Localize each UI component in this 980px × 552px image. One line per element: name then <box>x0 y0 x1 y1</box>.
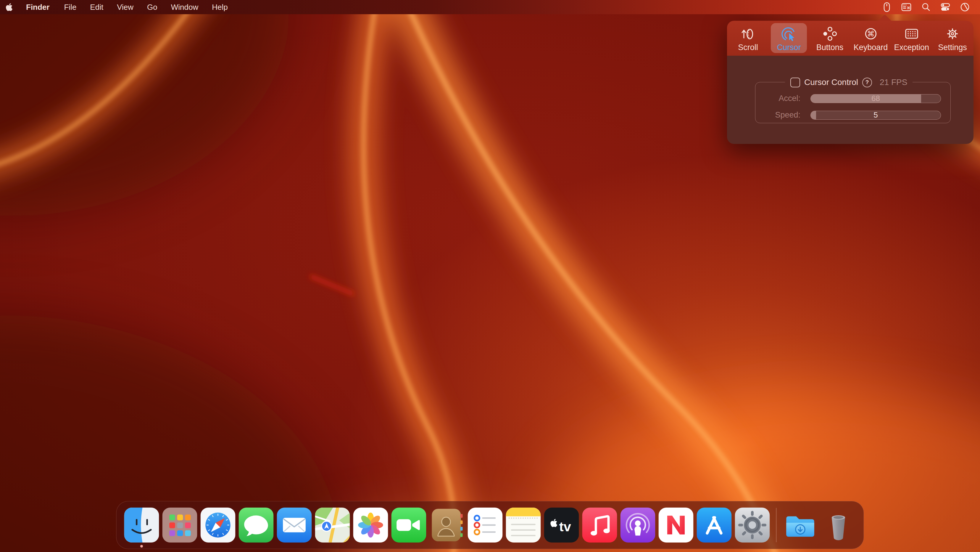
notes-icon <box>506 507 541 542</box>
keypad-icon <box>904 25 920 42</box>
speed-label: Speed: <box>756 110 800 120</box>
cursor-control-checkbox[interactable] <box>790 78 800 87</box>
accel-slider[interactable]: 68 <box>810 94 941 103</box>
spotlight-search-icon[interactable] <box>916 0 935 14</box>
podcasts-icon <box>620 507 655 542</box>
cursor-control-label: Cursor Control <box>804 78 858 87</box>
tab-label: Keyboard <box>854 43 888 52</box>
dock-item-trash[interactable] <box>821 507 856 542</box>
dock-item-launchpad[interactable] <box>162 507 197 542</box>
menu-go[interactable]: Go <box>140 0 164 14</box>
dock-item-system-preferences[interactable] <box>735 507 770 542</box>
dock-item-app-store[interactable] <box>697 507 732 542</box>
mouse-buttons-icon <box>821 25 838 42</box>
tab-label: Buttons <box>816 43 843 52</box>
dock-item-contacts[interactable] <box>430 507 465 542</box>
accel-row: Accel: 68 <box>756 94 950 103</box>
tab-label: Cursor <box>777 43 801 52</box>
menu-app-name[interactable]: Finder <box>18 0 57 14</box>
dock-item-photos[interactable] <box>353 507 388 542</box>
tab-label: Settings <box>938 43 967 52</box>
dock-item-notes[interactable] <box>506 507 541 542</box>
dock-item-finder[interactable] <box>124 507 159 542</box>
trash-icon <box>821 507 856 542</box>
tab-exception[interactable]: Exception <box>891 21 932 56</box>
popover-content: Cursor Control ? 21 FPS Accel: 68 Speed:… <box>727 56 974 144</box>
tab-cursor[interactable]: Cursor <box>768 21 809 56</box>
reminders-icon <box>468 507 503 542</box>
safari-icon <box>200 507 235 542</box>
dock-item-messages[interactable] <box>239 507 274 542</box>
accel-value: 68 <box>811 94 941 103</box>
circle-slash-icon[interactable] <box>955 0 975 14</box>
mail-icon <box>277 507 312 542</box>
shortcuts-window-icon[interactable]: ⌘ <box>897 0 916 14</box>
system-preferences-icon <box>735 507 770 542</box>
mouse-utility-popover: Scroll Cursor Buttons ⌘ Keyboard <box>727 21 974 144</box>
popover-tab-bar: Scroll Cursor Buttons ⌘ Keyboard <box>727 21 974 56</box>
tab-label: Scroll <box>738 43 758 52</box>
speed-row: Speed: 5 <box>756 110 950 120</box>
facetime-icon <box>391 507 426 542</box>
tab-keyboard[interactable]: ⌘ Keyboard <box>850 21 891 56</box>
apple-logo-icon[interactable] <box>0 0 18 14</box>
dock-item-facetime[interactable] <box>391 507 426 542</box>
app-store-icon <box>697 507 732 542</box>
svg-text:⌘: ⌘ <box>867 30 874 38</box>
dock-item-downloads[interactable] <box>783 507 818 542</box>
tab-label: Exception <box>894 43 929 52</box>
accel-label: Accel: <box>756 94 800 103</box>
cursor-control-group: Cursor Control ? 21 FPS Accel: 68 Speed:… <box>755 82 951 123</box>
dock-item-maps[interactable] <box>315 507 350 542</box>
dock-item-tv[interactable]: tv <box>544 507 579 542</box>
fps-readout: 21 FPS <box>880 78 907 87</box>
news-icon <box>659 507 694 542</box>
launchpad-icon <box>162 507 197 542</box>
dock-item-podcasts[interactable] <box>620 507 655 542</box>
tab-settings[interactable]: Settings <box>932 21 973 56</box>
menu-window[interactable]: Window <box>164 0 205 14</box>
dock: tv <box>116 501 864 549</box>
apple-tv-icon: tv <box>544 507 579 542</box>
messages-icon <box>239 507 274 542</box>
finder-icon <box>124 507 159 542</box>
dock-item-news[interactable] <box>659 507 694 542</box>
tab-buttons[interactable]: Buttons <box>809 21 850 56</box>
dock-divider <box>776 508 777 542</box>
help-icon[interactable]: ? <box>862 78 872 87</box>
speed-value: 5 <box>811 111 941 119</box>
speed-slider[interactable]: 5 <box>810 111 941 120</box>
svg-text:⌘: ⌘ <box>907 6 910 10</box>
command-key-icon: ⌘ <box>862 25 879 42</box>
dock-item-mail[interactable] <box>277 507 312 542</box>
maps-icon <box>315 507 350 542</box>
cursor-control-legend: Cursor Control ? 21 FPS <box>785 77 913 87</box>
menu-edit[interactable]: Edit <box>83 0 110 14</box>
downloads-folder-icon <box>783 507 818 542</box>
control-center-icon[interactable] <box>935 0 955 14</box>
dock-item-safari[interactable] <box>200 507 235 542</box>
finder-running-indicator <box>140 545 143 547</box>
menu-file[interactable]: File <box>57 0 83 14</box>
tab-scroll[interactable]: Scroll <box>728 21 768 56</box>
menu-help[interactable]: Help <box>205 0 234 14</box>
music-icon <box>582 507 617 542</box>
dock-item-reminders[interactable] <box>468 507 503 542</box>
photos-icon <box>353 507 388 542</box>
cursor-click-icon <box>781 25 797 42</box>
contacts-icon <box>430 507 465 542</box>
dock-item-music[interactable] <box>582 507 617 542</box>
help-glyph: ? <box>865 79 869 86</box>
svg-text:tv: tv <box>559 519 571 534</box>
gear-icon <box>944 25 961 42</box>
mouse-icon[interactable] <box>877 0 897 14</box>
menu-bar: Finder File Edit View Go Window Help ⌘ <box>0 0 980 14</box>
scroll-wheel-icon <box>740 25 756 42</box>
menu-view[interactable]: View <box>110 0 140 14</box>
